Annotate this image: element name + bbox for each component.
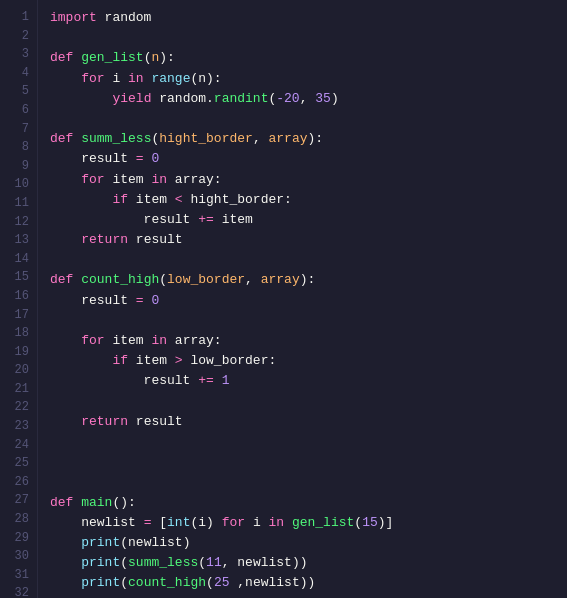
code-line [50, 392, 567, 412]
line-num: 21 [0, 380, 37, 399]
line-num: 25 [0, 454, 37, 473]
code-line: result += 1 [50, 371, 567, 391]
line-num: 27 [0, 491, 37, 510]
code-line [50, 593, 567, 598]
line-num: 15 [0, 268, 37, 287]
code-line: def count_high(low_border, array): [50, 270, 567, 290]
line-num: 18 [0, 324, 37, 343]
code-line: print(summ_less(11, newlist)) [50, 553, 567, 573]
code-line: if item > low_border: [50, 351, 567, 371]
line-num: 8 [0, 138, 37, 157]
line-numbers: 1 2 3 4 5 6 7 8 9 10 11 12 13 14 15 16 1… [0, 0, 38, 598]
code-line: newlist = [int(i) for i in gen_list(15)] [50, 513, 567, 533]
code-line: def main(): [50, 493, 567, 513]
line-num: 3 [0, 45, 37, 64]
code-line [50, 452, 567, 472]
line-num: 4 [0, 64, 37, 83]
code-line: result += item [50, 210, 567, 230]
code-line: print(count_high(25 ,newlist)) [50, 573, 567, 593]
line-num: 16 [0, 287, 37, 306]
code-line: result = 0 [50, 149, 567, 169]
line-num: 29 [0, 529, 37, 548]
line-num: 17 [0, 306, 37, 325]
line-num: 6 [0, 101, 37, 120]
line-num: 10 [0, 175, 37, 194]
line-num: 1 [0, 8, 37, 27]
code-line: result = 0 [50, 291, 567, 311]
code-line: for item in array: [50, 331, 567, 351]
code-line [50, 472, 567, 492]
line-num: 13 [0, 231, 37, 250]
code-line: return result [50, 230, 567, 250]
line-num: 24 [0, 436, 37, 455]
line-num: 26 [0, 473, 37, 492]
code-line [50, 311, 567, 331]
line-num: 5 [0, 82, 37, 101]
line-num: 11 [0, 194, 37, 213]
code-line: if item < hight_border: [50, 190, 567, 210]
code-line [50, 432, 567, 452]
code-line [50, 109, 567, 129]
code-content[interactable]: import random def gen_list(n): for i in … [38, 0, 567, 598]
line-num: 22 [0, 398, 37, 417]
line-num: 2 [0, 27, 37, 46]
line-num: 9 [0, 157, 37, 176]
line-num: 30 [0, 547, 37, 566]
code-line: for i in range(n): [50, 69, 567, 89]
line-num: 19 [0, 343, 37, 362]
code-line [50, 28, 567, 48]
line-num: 23 [0, 417, 37, 436]
line-num: 32 [0, 584, 37, 598]
code-line: return result [50, 412, 567, 432]
line-num: 7 [0, 120, 37, 139]
code-editor: 1 2 3 4 5 6 7 8 9 10 11 12 13 14 15 16 1… [0, 0, 567, 598]
code-line: def summ_less(hight_border, array): [50, 129, 567, 149]
code-line: def gen_list(n): [50, 48, 567, 68]
code-line: yield random.randint(-20, 35) [50, 89, 567, 109]
line-num: 12 [0, 213, 37, 232]
code-line [50, 250, 567, 270]
line-num: 28 [0, 510, 37, 529]
line-num: 20 [0, 361, 37, 380]
code-line: for item in array: [50, 170, 567, 190]
code-line: import random [50, 8, 567, 28]
line-num: 31 [0, 566, 37, 585]
code-line: print(newlist) [50, 533, 567, 553]
line-num: 14 [0, 250, 37, 269]
